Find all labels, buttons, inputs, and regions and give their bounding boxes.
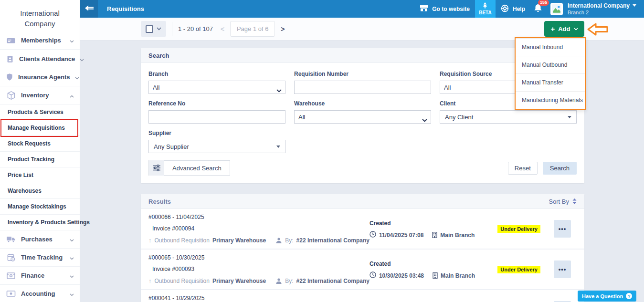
topbar: Requisitions Go to website BETA Help: [80, 0, 644, 18]
created-by: #22 International Company: [296, 278, 370, 284]
sidebar-subitem[interactable]: Inventory & Products Settings: [0, 215, 80, 230]
sidebar-item-finance[interactable]: Finance: [0, 267, 80, 285]
client-select[interactable]: Any Client: [440, 110, 577, 124]
by-label: By:: [285, 278, 293, 284]
memberships-icon: [6, 37, 16, 45]
sidebar-item-inventory[interactable]: Inventory: [0, 86, 80, 104]
sidebar-item-accounting[interactable]: Accounting: [0, 285, 80, 302]
add-menu-item[interactable]: Manufacturing Materials: [516, 91, 585, 109]
sidebar-subitem[interactable]: Manage Requisitions: [0, 120, 80, 136]
chevron-down-icon: [70, 37, 74, 45]
supplier-label: Supplier: [148, 130, 285, 136]
divider: [172, 22, 172, 36]
question-mark-icon: ?: [626, 293, 632, 299]
requisition-id-date: #000041 - 10/29/2025: [148, 295, 369, 302]
chevron-down-icon: [75, 73, 79, 82]
sidebar-company-name: International Company: [0, 0, 80, 37]
company-name-line1: International: [20, 8, 60, 19]
company-selector-name: International Company: [568, 2, 630, 9]
invoice-number: Invoice #000093: [152, 266, 370, 272]
sidebar-item-insurance-agents[interactable]: Insurance Agents: [0, 68, 80, 86]
sort-by-control[interactable]: Sort By: [549, 198, 577, 205]
sidebar-subitem-label: Warehouses: [8, 187, 42, 194]
chevron-down-icon: [80, 55, 84, 63]
requisition-number-input[interactable]: [294, 81, 431, 94]
select-all-control[interactable]: [141, 21, 166, 37]
box-icon: [6, 91, 16, 100]
sidebar-item-label: Finance: [21, 272, 65, 279]
requisition-row[interactable]: #000065 - 10/30/2025 Invoice #000093 ↑ O…: [141, 250, 584, 290]
sidebar-subitem-label: Products & Services: [8, 109, 63, 115]
plus-icon: +: [550, 25, 555, 32]
chevron-up-icon: [70, 91, 74, 100]
sidebar-item-time-tracking[interactable]: Time Tracking: [0, 249, 80, 267]
have-a-question-label: Have a Question: [582, 293, 623, 299]
sidebar-item-label: Clients Attendance: [19, 55, 75, 62]
search-button[interactable]: Search: [543, 162, 577, 175]
sidebar-subitem[interactable]: Price List: [0, 167, 80, 183]
company-logo: [550, 3, 563, 15]
status-badge: Under Delivery: [497, 266, 540, 273]
sidebar-subitem[interactable]: Warehouses: [0, 183, 80, 199]
sidebar-subitem[interactable]: Manage Stocktakings: [0, 199, 80, 215]
direction-label: Outbound Requisition: [155, 278, 210, 284]
next-page-button[interactable]: >: [281, 25, 285, 33]
advanced-search-button[interactable]: Advanced Search: [148, 160, 230, 176]
company-selector-branch: Branch 2: [568, 9, 636, 16]
select-all-checkbox[interactable]: [146, 25, 153, 33]
row-actions-menu-button[interactable]: •••: [554, 260, 571, 278]
clock-icon: [370, 271, 376, 280]
warehouse-select[interactable]: All: [294, 110, 431, 124]
sidebar-subitem-label: Stock Requests: [8, 140, 51, 147]
created-label: Created: [370, 260, 497, 267]
sort-arrows-icon: [572, 198, 577, 204]
beta-badge[interactable]: BETA: [475, 0, 496, 18]
sidebar-subitem[interactable]: Product Tracking: [0, 152, 80, 167]
sidebar-item-clients-attendance[interactable]: Clients Attendance: [0, 50, 80, 68]
notifications-button[interactable]: 155: [534, 4, 542, 14]
truck-icon: [6, 235, 16, 243]
chevron-down-icon: [157, 27, 161, 31]
branch-select[interactable]: All: [148, 81, 285, 94]
topbar-actions: Go to website BETA Help 155: [414, 0, 644, 18]
sidebar-item-label: Inventory: [21, 92, 65, 99]
add-menu-item[interactable]: Manual Transfer: [516, 73, 585, 91]
add-menu-item[interactable]: Manual Inbound: [516, 38, 585, 56]
caret-down-icon: [568, 116, 571, 118]
reference-no-input[interactable]: [148, 110, 285, 124]
requisition-row[interactable]: #000066 - 11/04/2025 Invoice #000094 ↑ O…: [141, 209, 584, 250]
results-panel: Results Sort By #000066 - 11/04/2025 Inv…: [141, 194, 584, 302]
row-created-info: Created 10/29/2025 02:06 Main Branch: [369, 295, 511, 302]
direction-icon: ↑: [148, 237, 152, 244]
prev-page-button[interactable]: <: [221, 25, 224, 33]
help-link[interactable]: Help: [501, 4, 525, 14]
supplier-select[interactable]: Any Supplier: [148, 140, 285, 153]
record-count: 1 - 20 of 107: [178, 25, 213, 32]
sidebar-subitem[interactable]: Stock Requests: [0, 136, 80, 152]
reference-no-label: Reference No: [148, 100, 285, 107]
chevron-down-icon: [70, 290, 74, 298]
row-actions-menu-button[interactable]: •••: [554, 220, 571, 238]
add-menu-item[interactable]: Manual Outbound: [516, 56, 585, 73]
have-a-question-button[interactable]: Have a Question ?: [578, 291, 636, 302]
go-to-website-link[interactable]: Go to website: [420, 5, 470, 13]
results-list: #000066 - 11/04/2025 Invoice #000094 ↑ O…: [141, 209, 584, 302]
sidebar-inventory-submenu: Products & Services Manage Requisitions …: [0, 104, 80, 230]
direction-label: Outbound Requisition: [155, 237, 210, 244]
add-button[interactable]: + Add: [544, 21, 584, 37]
created-label: Created: [370, 220, 497, 227]
supplier-select-value: Any Supplier: [154, 143, 189, 150]
sidebar-item-memberships[interactable]: Memberships: [0, 37, 80, 50]
requisition-row[interactable]: #000041 - 10/29/2025 Purchase Invoice #0…: [141, 290, 584, 302]
results-panel-header: Results Sort By: [141, 194, 584, 209]
collapse-sidebar-button[interactable]: [80, 0, 98, 18]
sidebar-subitem[interactable]: Products & Services: [0, 104, 80, 120]
reset-button[interactable]: Reset: [508, 162, 538, 175]
storefront-icon: [420, 5, 428, 13]
sidebar-item-purchases[interactable]: Purchases: [0, 230, 80, 249]
branch-label: Branch: [148, 71, 285, 77]
company-selector[interactable]: International Company Branch 2: [568, 2, 636, 16]
page-title: Requisitions: [107, 5, 144, 12]
person-icon: [275, 237, 282, 244]
page-indicator[interactable]: Page 1 of 6: [230, 21, 275, 37]
